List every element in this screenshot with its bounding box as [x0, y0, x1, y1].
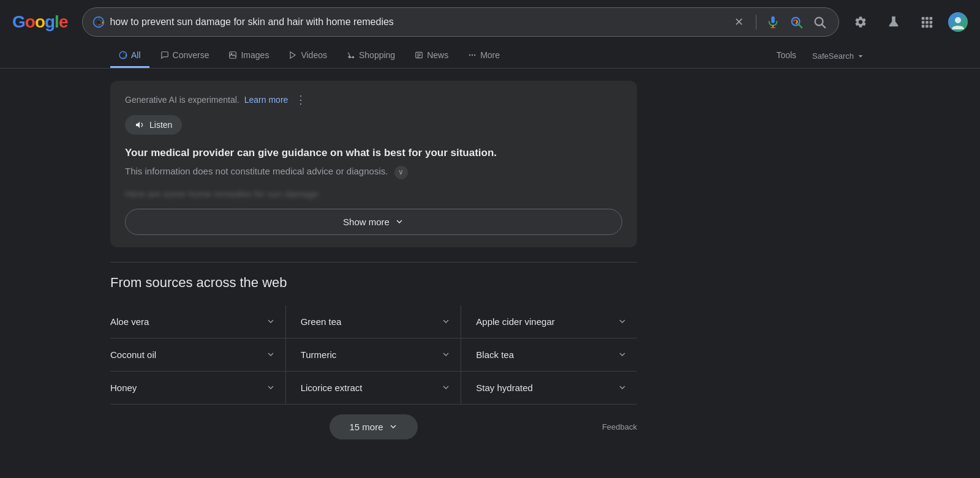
ai-body: Your medical provider can give guidance … [125, 144, 622, 201]
main-content: Generative AI is experimental. Learn mor… [110, 69, 637, 464]
avatar-image [948, 12, 968, 32]
search-bar: ✕ [82, 7, 839, 37]
chevron-down-icon [266, 383, 276, 392]
lens-icon [790, 15, 803, 29]
chevron-down-icon [266, 316, 276, 326]
videos-tab-icon [288, 51, 297, 59]
svg-point-1 [97, 21, 100, 24]
remedy-name: Green tea [301, 316, 342, 327]
images-tab-icon [228, 51, 237, 59]
svg-rect-2 [771, 17, 775, 23]
svg-line-8 [822, 24, 825, 28]
voice-search-button[interactable] [764, 13, 782, 31]
svg-rect-11 [925, 17, 929, 20]
fifteen-more-button[interactable]: 15 more [330, 414, 417, 439]
chevron-down-icon [266, 349, 276, 359]
search-input[interactable] [110, 17, 725, 28]
safesearch-button[interactable]: SafeSearch [807, 45, 870, 67]
svg-rect-18 [930, 25, 933, 28]
learn-more-link[interactable]: Learn more [244, 95, 288, 105]
more-btn-container: 15 more Feedback [110, 414, 637, 439]
safesearch-label: SafeSearch [812, 51, 854, 61]
tab-news[interactable]: News [406, 44, 457, 68]
remedy-item-licorice[interactable]: Licorice extract [286, 372, 462, 405]
disclaimer-toggle[interactable]: ∨ [394, 166, 408, 179]
remedy-name: Aloe vera [110, 316, 149, 327]
ai-header: Generative AI is experimental. Learn mor… [125, 93, 622, 106]
show-more-label: Show more [343, 217, 390, 227]
tools-label: Tools [776, 50, 796, 60]
remedy-item-aloe-vera[interactable]: Aloe vera [110, 305, 286, 338]
svg-point-30 [469, 54, 470, 56]
tab-images[interactable]: Images [220, 44, 277, 68]
svg-rect-14 [925, 21, 929, 24]
chevron-down-icon [617, 383, 627, 392]
more-tab-icon [468, 51, 477, 59]
svg-rect-17 [925, 25, 929, 28]
clear-button[interactable]: ✕ [729, 13, 748, 31]
tab-shopping-label: Shopping [359, 50, 395, 60]
search-submit-button[interactable] [810, 13, 829, 31]
tab-converse[interactable]: Converse [152, 44, 218, 68]
tab-more-label: More [480, 50, 500, 60]
svg-rect-12 [930, 17, 933, 20]
header: Google ✕ [0, 0, 980, 44]
remedy-item-honey[interactable]: Honey [110, 372, 286, 405]
chevron-down-icon [394, 217, 404, 226]
tab-more[interactable]: More [459, 44, 508, 68]
listen-button[interactable]: Listen [125, 115, 182, 135]
tools-tab[interactable]: Tools [767, 44, 805, 68]
flask-icon [887, 15, 900, 29]
shopping-tab-icon [347, 51, 355, 59]
tab-videos[interactable]: Videos [280, 44, 336, 68]
remedy-item-coconut-oil[interactable]: Coconut oil [110, 338, 286, 372]
nav-tabs: All Converse Images Videos Shopping [0, 44, 980, 69]
more-button-label: 15 more [349, 422, 383, 432]
apps-button[interactable] [915, 10, 938, 34]
listen-label: Listen [149, 120, 172, 130]
sources-section: From sources across the web Aloe vera Gr… [110, 275, 637, 452]
remedy-name: Turmeric [301, 349, 337, 360]
ai-main-text: Your medical provider can give guidance … [125, 144, 622, 161]
ai-options-button[interactable]: ⋮ [295, 93, 306, 106]
remedy-name: Apple cider vinegar [476, 316, 554, 327]
feedback-button[interactable]: Feedback [602, 422, 637, 431]
show-more-button[interactable]: Show more [125, 209, 622, 235]
generative-ai-label: Generative AI is experimental. [125, 95, 239, 105]
svg-point-31 [472, 54, 473, 56]
remedy-item-apple-cider[interactable]: Apple cider vinegar [461, 305, 637, 338]
sources-title: From sources across the web [110, 275, 637, 291]
tab-all[interactable]: All [110, 44, 149, 68]
remedy-name: Licorice extract [301, 383, 363, 393]
remedy-item-green-tea[interactable]: Green tea [286, 305, 462, 338]
separator [110, 262, 637, 263]
remedies-blur-text: Here are some home remedies for sun dama… [125, 187, 622, 201]
tab-videos-label: Videos [301, 50, 327, 60]
lens-search-button[interactable] [787, 13, 805, 31]
avatar[interactable] [948, 12, 968, 32]
divider [756, 15, 756, 29]
chevron-down-icon [441, 316, 451, 326]
chevron-down-icon [388, 422, 398, 431]
svg-marker-33 [136, 122, 140, 129]
svg-rect-13 [922, 21, 925, 24]
apps-grid-icon [920, 15, 933, 29]
google-logo[interactable]: Google [12, 12, 67, 32]
remedy-name: Honey [110, 383, 137, 393]
remedy-name: Black tea [476, 349, 514, 360]
settings-button[interactable] [849, 10, 872, 34]
remedy-item-turmeric[interactable]: Turmeric [286, 338, 462, 372]
chevron-down-icon [617, 316, 627, 326]
tab-images-label: Images [241, 50, 269, 60]
remedies-grid: Aloe vera Green tea Apple cider vinegar [110, 305, 637, 405]
labs-button[interactable] [882, 10, 905, 34]
feedback-label: Feedback [602, 422, 637, 431]
svg-point-20 [955, 17, 961, 23]
google-color-icon [92, 16, 105, 28]
tab-converse-label: Converse [173, 50, 209, 60]
tab-shopping[interactable]: Shopping [338, 44, 404, 68]
remedy-item-stay-hydrated[interactable]: Stay hydrated [461, 372, 637, 405]
all-tab-icon [119, 51, 127, 59]
svg-line-6 [799, 24, 802, 28]
remedy-item-black-tea[interactable]: Black tea [461, 338, 637, 372]
